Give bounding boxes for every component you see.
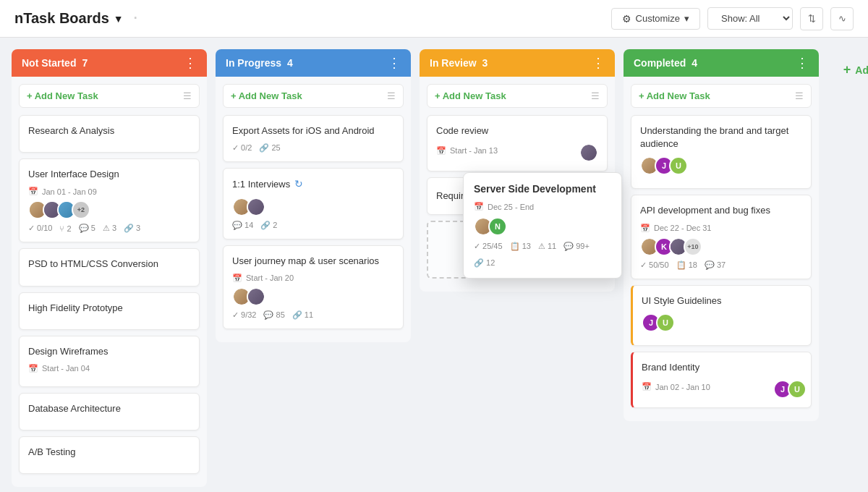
- task-title: Design Wireframes: [28, 345, 190, 358]
- avatars: J U: [773, 380, 802, 399]
- title-dropdown-icon[interactable]: ▼: [114, 13, 124, 25]
- show-select[interactable]: Show: All Show: Mine: [707, 7, 793, 30]
- meta-comment: 💬 37: [705, 260, 726, 270]
- task-card-db[interactable]: Database Architecture: [19, 393, 200, 430]
- add-task-label: + Add New Task: [435, 90, 506, 101]
- add-task-label: + Add New Task: [639, 90, 710, 101]
- column-header-not-started: Not Started 7 ⋮: [12, 49, 207, 77]
- calendar-icon: 📅: [436, 146, 446, 156]
- task-card-interviews[interactable]: 1:1 Interviews ↻ 💬 14 🔗 2: [223, 168, 404, 239]
- add-new-label: Add New: [855, 64, 868, 76]
- task-meta: ✓ 0/10 ⑂ 2 💬 5 ⚠ 3 🔗 3: [28, 224, 190, 233]
- date-row: 📅 Start - Jan 20: [232, 273, 394, 283]
- meta-board: 📋 18: [676, 260, 697, 270]
- board-container: Not Started 7 ⋮ + Add New Task ☰ Researc…: [0, 38, 868, 492]
- task-card-code-review[interactable]: Code review 📅 Start - Jan 13: [427, 115, 608, 171]
- activity-icon: ∿: [838, 13, 846, 24]
- meta-board: 📋 13: [510, 242, 531, 251]
- refresh-icon: ↻: [294, 177, 303, 192]
- task-card-ab[interactable]: A/B Testing: [19, 436, 200, 474]
- meta-link: 🔗 12: [474, 258, 495, 268]
- avatar: [247, 287, 265, 306]
- task-title: Research & Analysis: [28, 124, 190, 137]
- task-title: Understanding the brand and target audie…: [640, 124, 802, 150]
- meta-check: ✓ 0/10: [28, 224, 52, 233]
- column-title-area: Completed 4: [634, 57, 697, 69]
- task-title: User Interface Design: [28, 168, 190, 181]
- header-right: ⚙ Customize ▾ Show: All Show: Mine ⇅ ∿: [611, 7, 854, 30]
- list-icon: ☰: [183, 90, 192, 101]
- column-body-in-progress: + Add New Task ☰ Export Assets for iOS a…: [216, 77, 411, 342]
- customize-icon: ⚙: [622, 13, 631, 25]
- app-header: nTask Boards ▼ · ⚙ Customize ▾ Show: All…: [0, 0, 868, 38]
- meta-comment: 💬 14: [232, 221, 253, 230]
- column-in-progress: In Progress 4 ⋮ + Add New Task ☰ Export …: [216, 49, 411, 342]
- column-more-button[interactable]: ⋮: [184, 56, 197, 69]
- calendar-icon: 📅: [640, 224, 650, 233]
- meta-comment: 💬 85: [263, 310, 284, 320]
- add-task-bar-not-started[interactable]: + Add New Task ☰: [19, 84, 200, 108]
- customize-button[interactable]: ⚙ Customize ▾: [611, 8, 700, 30]
- task-card-uid[interactable]: User Interface Design 📅 Jan 01 - Jan 09: [19, 158, 200, 242]
- avatar: [579, 143, 598, 162]
- task-meta: ✓ 0/2 🔗 25: [232, 143, 394, 153]
- task-card-brand-identity[interactable]: Brand Identity 📅 Jan 02 - Jan 10 J U: [631, 352, 812, 408]
- meta-link: 🔗 11: [292, 310, 313, 320]
- avatar-extra: +2: [72, 200, 90, 219]
- avatar: U: [656, 313, 675, 332]
- calendar-icon: 📅: [474, 202, 484, 211]
- column-body-completed: + Add New Task ☰ Understanding the brand…: [624, 77, 819, 421]
- task-title: Brand Identity: [642, 361, 802, 374]
- task-meta: ✓ 9/32 💬 85 🔗 11: [232, 310, 394, 320]
- add-task-bar-completed[interactable]: + Add New Task ☰: [631, 84, 812, 108]
- task-title: 1:1 Interviews ↻: [232, 177, 394, 192]
- date-text: Start - Jan 20: [246, 273, 294, 282]
- add-new-button[interactable]: + Add New: [838, 56, 868, 83]
- column-title: Completed: [634, 57, 686, 69]
- task-card-export[interactable]: Export Assets for iOS and Android ✓ 0/2 …: [223, 115, 404, 162]
- task-title: API development and bug fixes: [640, 204, 802, 217]
- sort-icon: ⇅: [808, 13, 816, 24]
- task-card-hfp[interactable]: High Fidelity Prototype: [19, 292, 200, 330]
- meta-link: 🔗 25: [259, 143, 280, 153]
- task-title: A/B Testing: [28, 446, 190, 459]
- list-icon: ☰: [591, 90, 600, 101]
- column-title: Not Started: [22, 57, 76, 69]
- meta-link: 🔗 3: [124, 224, 140, 233]
- meta-check: ✓ 25/45: [474, 242, 503, 251]
- add-task-bar-in-progress[interactable]: + Add New Task ☰: [223, 84, 404, 108]
- column-more-button[interactable]: ⋮: [388, 56, 401, 69]
- customize-label: Customize: [636, 13, 680, 24]
- column-completed: Completed 4 ⋮ + Add New Task ☰ Understan…: [624, 49, 819, 421]
- sort-button[interactable]: ⇅: [800, 7, 823, 30]
- column-title-area: In Progress 4: [226, 57, 293, 69]
- popup-card[interactable]: Server Side Development 📅 Dec 25 - End N…: [463, 172, 622, 279]
- title-dot: ·: [134, 11, 137, 26]
- activity-button[interactable]: ∿: [830, 7, 854, 30]
- title-text: nTask Boards: [14, 10, 109, 27]
- task-card-psd[interactable]: PSD to HTML/CSS Conversion: [19, 248, 200, 286]
- column-more-button[interactable]: ⋮: [592, 56, 605, 69]
- task-title: PSD to HTML/CSS Conversion: [28, 258, 190, 271]
- task-card-dw[interactable]: Design Wireframes 📅 Start - Jan 04: [19, 336, 200, 387]
- task-title: High Fidelity Prototype: [28, 302, 190, 315]
- popup-meta: ✓ 25/45 📋 13 ⚠ 11 💬 99+ 🔗 12: [474, 242, 611, 268]
- avatar: [247, 198, 265, 216]
- avatar-extra: +10: [684, 237, 702, 256]
- task-title: Database Architecture: [28, 402, 190, 415]
- avatars: J U: [640, 156, 802, 175]
- date-text: Jan 01 - Jan 09: [42, 187, 97, 196]
- task-card-api[interactable]: API development and bug fixes 📅 Dec 22 -…: [631, 195, 812, 279]
- column-title: In Progress: [226, 57, 281, 69]
- add-task-label: + Add New Task: [27, 90, 98, 101]
- list-icon: ☰: [795, 90, 804, 101]
- add-new-column: + Add New: [827, 49, 868, 83]
- task-card-brand-understanding[interactable]: Understanding the brand and target audie…: [631, 115, 812, 189]
- task-card-journey[interactable]: User journey map & user scenarios 📅 Star…: [223, 245, 404, 329]
- column-more-button[interactable]: ⋮: [796, 56, 809, 69]
- add-task-bar-in-review[interactable]: + Add New Task ☰: [427, 84, 608, 108]
- date-text: Start - Jan 13: [450, 146, 498, 155]
- task-card-ui-style[interactable]: UI Style Guidelines J U: [631, 285, 812, 346]
- popup-avatars: N: [474, 217, 611, 236]
- task-card-research[interactable]: Research & Analysis: [19, 115, 200, 153]
